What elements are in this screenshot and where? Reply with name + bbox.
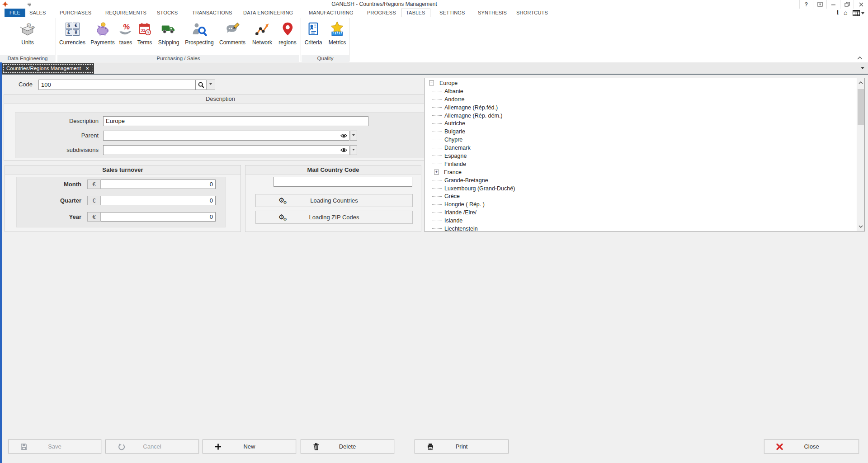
ribbon-units-button[interactable]: ⚙⚙ Units xyxy=(20,20,35,46)
gears-icon: ⚙⚙ xyxy=(278,196,288,204)
menu-requirements[interactable]: REQUIREMENTS xyxy=(105,9,146,17)
tree-item[interactable]: Allemagne (Rép. dém.) xyxy=(425,112,515,120)
parent-input[interactable] xyxy=(103,131,349,141)
ribbon-currencies-button[interactable]: $€£¥ Currencies xyxy=(59,20,85,46)
scroll-down-icon[interactable] xyxy=(859,224,863,229)
menu-sales[interactable]: SALES xyxy=(29,9,46,17)
cancel-button[interactable]: Cancel xyxy=(105,439,199,454)
ribbon-regions-button[interactable]: regions xyxy=(278,20,296,46)
tree-item[interactable]: Grèce xyxy=(425,192,515,200)
ribbon-toggle-button[interactable] xyxy=(813,0,826,9)
loading-zip-codes-button[interactable]: ⚙⚙Loading ZIP Codes xyxy=(255,211,413,224)
tab-list-dropdown-icon[interactable] xyxy=(861,67,864,71)
ribbon-comments-button[interactable]: Comments xyxy=(219,20,245,46)
tree-item[interactable]: Andorre xyxy=(425,95,515,104)
ribbon-prospecting-button[interactable]: Prospecting xyxy=(185,20,213,46)
ribbon-group-data-engineering: Data Engineering xyxy=(0,55,55,62)
menu-stocks[interactable]: STOCKS xyxy=(157,9,178,17)
ribbon-shipping-button[interactable]: Shipping xyxy=(158,20,179,46)
tab-close-icon[interactable]: × xyxy=(86,66,89,71)
collapse-icon[interactable]: − xyxy=(429,80,434,85)
tree-item[interactable]: Grande-Bretagne xyxy=(425,176,515,184)
save-icon xyxy=(20,443,28,450)
year-label: Year xyxy=(18,212,81,222)
loading-countries-button[interactable]: ⚙⚙Loading Countries xyxy=(255,194,413,207)
restore-button[interactable] xyxy=(840,0,854,9)
menu-progress[interactable]: PROGRESS xyxy=(367,9,396,17)
print-button[interactable]: Print xyxy=(415,439,509,454)
tree-item[interactable]: Hongrie ( Rép. ) xyxy=(425,200,515,208)
help-button[interactable]: ? xyxy=(799,0,813,9)
tree-item[interactable]: Autriche xyxy=(425,119,515,128)
tree-item[interactable]: Liechtenstein xyxy=(425,225,515,233)
scrollbar-thumb[interactable] xyxy=(858,89,864,125)
eye-icon[interactable] xyxy=(340,133,347,138)
month-input[interactable]: 0 xyxy=(101,180,216,189)
description-input[interactable]: Europe xyxy=(103,116,368,126)
save-button[interactable]: Save xyxy=(8,439,101,454)
tree-scrollbar[interactable] xyxy=(857,78,864,231)
svg-text:%: % xyxy=(123,23,130,31)
scroll-up-icon[interactable] xyxy=(859,80,863,85)
quarter-input[interactable]: 0 xyxy=(101,196,216,205)
year-input[interactable]: 0 xyxy=(101,212,216,222)
quarter-currency: € xyxy=(87,196,101,205)
menu-transactions[interactable]: TRANSACTIONS xyxy=(192,9,232,17)
close-x-icon xyxy=(776,443,783,450)
eye-icon[interactable] xyxy=(340,147,347,153)
tree-item[interactable]: Espagne xyxy=(425,152,515,160)
info-icon[interactable]: i xyxy=(837,9,839,16)
parent-label: Parent xyxy=(27,131,99,141)
code-input[interactable]: 100 xyxy=(38,80,196,90)
ribbon-taxes-button[interactable]: % taxes xyxy=(118,20,133,46)
tree-item[interactable]: Finlande xyxy=(425,160,515,168)
expand-icon[interactable]: + xyxy=(434,170,439,175)
grid-dropdown-icon[interactable] xyxy=(861,12,864,14)
mail-country-code-input[interactable] xyxy=(274,177,412,187)
ribbon-network-button[interactable]: Network xyxy=(252,20,272,46)
subdivisions-dropdown-button[interactable] xyxy=(350,145,357,155)
code-search-button[interactable] xyxy=(196,80,207,90)
undo-icon xyxy=(118,443,125,450)
tree-item[interactable]: Irlande /Eire/ xyxy=(425,208,515,217)
tree-item[interactable]: Allemagne (Rép.féd.) xyxy=(425,104,515,112)
description-label: Description xyxy=(27,116,99,126)
menu-manufacturing[interactable]: MANUFACTURING xyxy=(309,9,354,17)
menu-purchases[interactable]: PURCHASES xyxy=(60,9,91,17)
ribbon-payments-button[interactable]: Payments xyxy=(90,20,114,46)
home-icon[interactable]: ⌂ xyxy=(844,9,847,16)
trash-icon xyxy=(313,443,320,450)
quick-access-icon[interactable] xyxy=(27,2,32,6)
code-dropdown-button[interactable] xyxy=(206,80,215,90)
tree-item[interactable]: Chypre xyxy=(425,136,515,144)
tab-countries-regions-management[interactable]: Countries/Regions Management× xyxy=(2,63,94,74)
tree-item[interactable]: Danemark xyxy=(425,144,515,152)
tree-item[interactable]: Bulgarie xyxy=(425,128,515,136)
tree-item-france[interactable]: +France xyxy=(425,168,515,176)
menu-data-engineering[interactable]: DATA ENGINEERING xyxy=(243,9,293,17)
menu-settings[interactable]: SETTINGS xyxy=(439,9,465,17)
ribbon-criteria-button[interactable]: Criteria xyxy=(305,20,322,46)
menu-shortcuts[interactable]: SHORTCUTS xyxy=(516,9,548,17)
ribbon-separator xyxy=(301,18,301,61)
minimize-button[interactable] xyxy=(826,0,840,9)
close-button[interactable]: Close xyxy=(764,439,859,454)
regions-tree-panel: −Europe Albanie Andorre Allemagne (Rép.f… xyxy=(424,78,865,232)
menu-file[interactable]: FILE xyxy=(5,9,25,17)
description-group-title: Description xyxy=(4,94,437,104)
tree-item[interactable]: Albanie xyxy=(425,87,515,95)
ribbon-terms-button[interactable]: 31 Terms xyxy=(137,20,152,46)
ribbon-collapse-icon[interactable] xyxy=(857,56,863,60)
new-button[interactable]: New xyxy=(203,439,296,454)
grid-icon[interactable] xyxy=(853,10,860,16)
ribbon-metrics-button[interactable]: Metrics xyxy=(329,20,346,46)
menu-synthesis[interactable]: SYNTHESIS xyxy=(478,9,507,17)
tree-item[interactable]: Luxembourg (Grand-Duché) xyxy=(425,184,515,193)
close-window-button[interactable] xyxy=(854,0,868,9)
tree-item[interactable]: Islande xyxy=(425,217,515,225)
subdivisions-input[interactable] xyxy=(103,145,349,155)
parent-dropdown-button[interactable] xyxy=(350,131,357,141)
delete-button[interactable]: Delete xyxy=(301,439,394,454)
tree-item-root[interactable]: −Europe xyxy=(425,79,515,87)
menu-tables[interactable]: TABLES xyxy=(401,9,430,17)
